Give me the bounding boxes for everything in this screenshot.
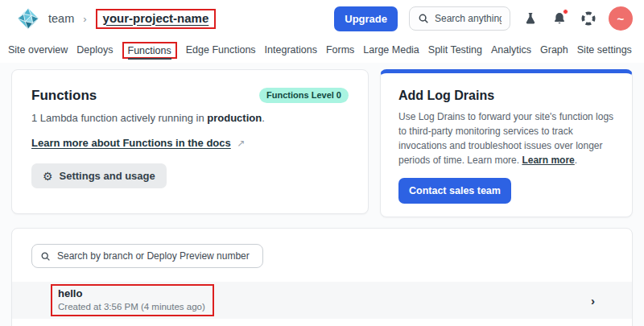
tab-edge-functions[interactable]: Edge Functions (186, 44, 256, 56)
function-name: hello (58, 287, 205, 299)
log-drains-title: Add Log Drains (398, 89, 614, 103)
log-drains-description-period: . (575, 155, 577, 166)
functions-list-card: hello Created at 3:56 PM (4 minutes ago)… (11, 228, 633, 326)
tab-analytics[interactable]: Analytics (491, 44, 531, 56)
settings-and-usage-label: Settings and usage (60, 170, 155, 182)
external-link-icon: ↗ (237, 138, 245, 149)
functions-summary-text: 1 Lambda function actively running in (31, 112, 207, 124)
function-created-meta: Created at 3:56 PM (4 minutes ago) (58, 302, 205, 312)
breadcrumb-project-name[interactable]: your-project-name (103, 11, 209, 25)
settings-and-usage-button[interactable]: ⚙ Settings and usage (31, 163, 167, 188)
tab-split-testing[interactable]: Split Testing (428, 44, 482, 56)
tab-integrations[interactable]: Integrations (265, 44, 317, 56)
log-drains-description-text: Use Log Drains to forward your site's fu… (398, 111, 613, 166)
site-nav: Site overview Deploys Functions Edge Fun… (0, 37, 644, 63)
branch-search-input[interactable] (57, 250, 254, 262)
log-drains-learn-more-link[interactable]: Learn more (522, 155, 574, 166)
function-row-hello[interactable]: hello Created at 3:56 PM (4 minutes ago)… (12, 282, 632, 319)
gear-icon: ⚙ (43, 171, 53, 182)
upgrade-button[interactable]: Upgrade (334, 6, 398, 31)
search-icon (40, 251, 51, 262)
notification-dot (563, 9, 568, 14)
tab-site-settings[interactable]: Site settings (577, 44, 632, 56)
avatar[interactable]: ~ (609, 6, 633, 31)
tab-deploys[interactable]: Deploys (76, 44, 113, 56)
tab-large-media[interactable]: Large Media (363, 44, 419, 56)
branch-search[interactable] (31, 244, 263, 268)
tab-functions[interactable]: Functions (128, 45, 171, 60)
log-drains-card: Add Log Drains Use Log Drains to forward… (380, 69, 633, 217)
global-search[interactable] (409, 6, 510, 31)
functions-summary-period: . (262, 112, 265, 124)
functions-card: Functions Functions Level 0 1 Lambda fun… (11, 69, 369, 214)
search-icon (418, 13, 429, 24)
annotation-box-function-row: hello Created at 3:56 PM (4 minutes ago) (51, 284, 214, 316)
functions-docs-link[interactable]: Learn more about Functions in the docs (31, 137, 231, 149)
functions-card-title: Functions (31, 88, 97, 104)
chevron-right-icon: › (591, 294, 611, 307)
labs-flask-icon[interactable] (522, 10, 539, 27)
functions-summary-emphasis: production (207, 112, 262, 124)
annotation-box-functions-tab: Functions (122, 42, 177, 59)
help-lifebuoy-icon[interactable] (580, 10, 597, 27)
breadcrumb-separator-icon: › (83, 13, 86, 25)
global-search-input[interactable] (435, 13, 502, 24)
tab-site-overview[interactable]: Site overview (8, 44, 68, 56)
top-bar: team › your-project-name Upgrade (0, 0, 644, 37)
notifications-bell-icon[interactable] (551, 10, 568, 27)
breadcrumb: team › your-project-name (16, 6, 216, 31)
functions-level-badge: Functions Level 0 (259, 88, 349, 103)
functions-summary: 1 Lambda function actively running in pr… (31, 112, 349, 124)
annotation-box-project: your-project-name (96, 9, 217, 29)
tab-forms[interactable]: Forms (326, 44, 354, 56)
breadcrumb-team[interactable]: team (48, 12, 74, 25)
topbar-actions: Upgrade ~ (334, 6, 633, 31)
log-drains-description: Use Log Drains to forward your site's fu… (398, 109, 614, 167)
tab-graph[interactable]: Graph (540, 44, 568, 56)
netlify-logo[interactable] (16, 6, 40, 31)
contact-sales-button[interactable]: Contact sales team (398, 178, 511, 204)
